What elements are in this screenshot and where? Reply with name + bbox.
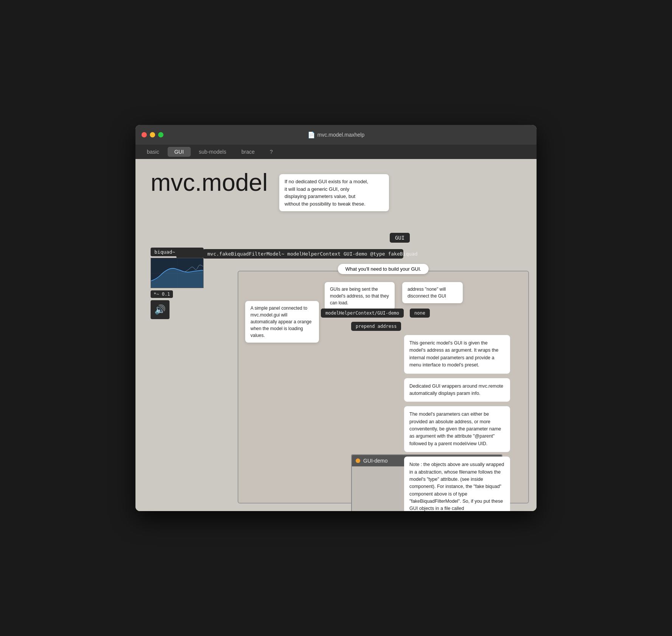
tab-basic[interactable]: basic [140,147,166,157]
speaker-icon: 🔊 [154,304,166,315]
tooltip-rt2-text: Dedicated GUI wrappers around mvc.remote… [409,383,503,396]
tooltip-no-gui-text: If no dedicated GUI exists for a model,i… [285,179,368,207]
traffic-lights [142,132,163,137]
tooltip-simple-panel: A simple panel connected to mvc.model.gu… [245,301,319,343]
tooltip-address: GUIs are being sent the model's address,… [325,282,395,310]
tab-bar: basic GUI sub-models brace ? [135,145,537,159]
title-label: mvc.model.maxhelp [317,132,365,138]
tooltip-simple-panel-text: A simple panel connected to mvc.model.gu… [250,306,311,338]
none-node[interactable]: none [410,309,430,318]
gui-panel-container: GUI-demo none ▼ i filter mode [245,337,397,483]
left-signal-chain: biquad~ *~ 0.1 � [151,246,204,319]
callout-what-you-need: What you'll need to build your GUI. [338,264,429,274]
tooltip-no-gui: If no dedicated GUI exists for a model,i… [279,174,389,211]
minimize-button[interactable] [150,132,155,137]
close-button[interactable] [142,132,147,137]
tooltip-rt1: This generic model's GUI is given the mo… [404,335,510,374]
scope-display [151,258,204,288]
tooltip-address-text: GUIs are being sent the model's address,… [330,287,389,306]
scope-wave-svg [151,258,204,288]
mult-node[interactable]: *~ 0.1 [151,290,173,298]
tooltip-rt3: The model's parameters can either be pro… [404,406,510,452]
tooltip-rt4-text: Note : the objects above are usually wra… [409,462,504,511]
tooltip-rt1-text: This generic model's GUI is given the mo… [409,340,498,368]
gui-badge: GUI [390,233,410,243]
speaker-node[interactable]: 🔊 [151,300,170,319]
gui-status-dot [356,458,360,463]
window-title: 📄 mvc.model.maxhelp [308,131,365,139]
tab-help[interactable]: ? [263,147,280,157]
right-tooltips-container: This generic model's GUI is given the mo… [404,335,510,511]
main-window: 📄 mvc.model.maxhelp basic GUI sub-models… [135,125,537,511]
model-node-chain[interactable]: mvc.fakeBiquadFilterModel~ modelHelperCo… [203,249,403,259]
tooltip-none-text: address "none" will disconnect the GUI [408,287,446,299]
tab-brace[interactable]: brace [235,147,261,157]
model-helper-node[interactable]: modelHelperContext/GUI-demo [321,309,404,318]
tab-gui[interactable]: GUI [168,147,191,157]
tooltip-none: address "none" will disconnect the GUI [402,282,463,303]
tab-sub-models[interactable]: sub-models [192,147,233,157]
titlebar: 📄 mvc.model.maxhelp [135,125,537,145]
file-icon: 📄 [308,131,315,139]
biquad-node[interactable]: biquad~ [151,248,204,256]
tooltip-rt3-text: The model's parameters can either be pro… [409,412,501,446]
tooltip-rt4: Note : the objects above are usually wra… [404,457,510,511]
prepend-node[interactable]: prepend address [351,322,401,331]
content-area: mvc.model If no dedicated GUI exists for… [135,159,537,511]
maximize-button[interactable] [158,132,163,137]
tooltip-rt2: Dedicated GUI wrappers around mvc.remote… [404,378,510,402]
callout-label: What you'll need to build your GUI. [345,266,421,272]
